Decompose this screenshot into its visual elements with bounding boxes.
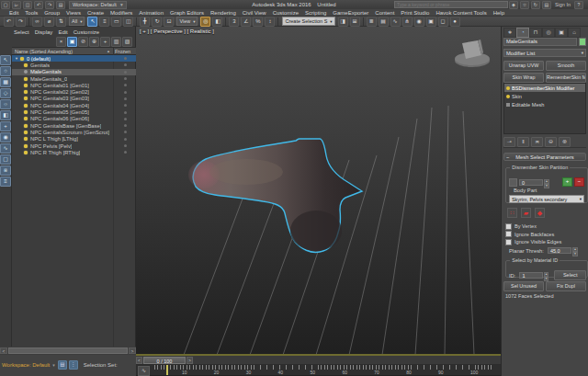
frozen-toggle[interactable] xyxy=(124,91,127,94)
search-icon[interactable]: ○ xyxy=(0,66,11,76)
menu-create[interactable]: Create xyxy=(87,10,104,16)
display-bones-icon[interactable]: ∿ xyxy=(0,143,11,154)
frozen-toggle[interactable] xyxy=(124,118,127,120)
layer-manager-icon[interactable]: ≣ xyxy=(367,17,377,27)
align-icon[interactable]: ⊞ xyxy=(350,17,360,27)
display-lights-icon[interactable]: ☼ xyxy=(0,99,11,109)
display-containers-icon[interactable]: ▢ xyxy=(0,154,11,165)
sign-in-button[interactable]: Sign In xyxy=(555,2,571,7)
list-item[interactable]: ▼0 (default) xyxy=(12,55,136,62)
chevron-down-icon[interactable]: ▾ xyxy=(52,362,55,368)
body-part-dropdown[interactable]: Skyrim, Pelvis secondary ▾ xyxy=(509,195,584,203)
render-setup-icon[interactable]: ▣ xyxy=(426,17,436,27)
mirror-icon[interactable]: ◨ xyxy=(338,17,348,27)
menu-graph-editors[interactable]: Graph Editors xyxy=(170,10,204,16)
rememberskin-mod-button[interactable]: RememberSkin Mod xyxy=(546,73,586,83)
partition-spinner[interactable]: ▲▼ xyxy=(544,179,549,186)
graphite-ribbon-icon[interactable]: ▤ xyxy=(379,17,389,27)
add-to-view-icon[interactable]: + xyxy=(100,37,110,47)
menu-content[interactable]: Content xyxy=(375,10,394,16)
schematic-view-icon[interactable]: ⋔ xyxy=(402,17,413,27)
explorer-menu-display[interactable]: Display xyxy=(35,29,53,35)
display-materials-icon[interactable]: ◉ xyxy=(0,132,11,142)
undo-icon[interactable]: ↶ xyxy=(4,17,14,27)
list-item[interactable]: NPC Genitals04 [Gen04] xyxy=(12,102,136,108)
percent-snap-icon[interactable]: % xyxy=(253,17,263,27)
bulb-icon[interactable] xyxy=(506,95,510,98)
menu-print-studio[interactable]: Print Studio xyxy=(401,10,429,16)
perspective-viewport[interactable]: [ + ] [ Perspective ] [ Realistic ] xyxy=(136,27,501,355)
frozen-toggle[interactable] xyxy=(124,124,127,127)
refresh-icon[interactable]: ↻ xyxy=(531,1,540,9)
face-subobject-icon[interactable]: ▰ xyxy=(521,208,531,218)
list-item[interactable]: NPC GenitalsScrotum [GenScrot] xyxy=(12,129,136,135)
checkbox[interactable] xyxy=(505,231,512,237)
frozen-toggle[interactable] xyxy=(124,77,127,80)
sel-unused-button[interactable]: Sel Unused xyxy=(503,281,544,291)
list-item[interactable]: NPC GenitalsBase [GenBase] xyxy=(12,122,136,129)
menu-modifiers[interactable]: Modifiers xyxy=(110,10,132,16)
rendered-frame-icon[interactable]: ◻ xyxy=(438,17,448,27)
planar-threshold-spinner[interactable]: ▲▼ xyxy=(572,247,578,254)
explorer-menu-customize[interactable]: Customize xyxy=(74,29,99,35)
toggle-display-icon[interactable]: ▣ xyxy=(67,37,77,47)
menu-animation[interactable]: Animation xyxy=(139,10,164,16)
select-and-rotate-icon[interactable]: ↻ xyxy=(152,17,162,27)
select-by-id-button[interactable]: Select xyxy=(554,270,586,280)
menu-civil-view[interactable]: Civil View xyxy=(243,10,266,16)
add-partition-button[interactable]: + xyxy=(562,177,572,187)
exchange-apps-icon[interactable]: ▤ xyxy=(542,1,551,9)
redo-icon[interactable]: ↷ xyxy=(16,17,26,27)
menu-customize[interactable]: Customize xyxy=(273,10,299,16)
snaps-toggle-icon[interactable]: 3 xyxy=(229,17,239,27)
project-folder-icon[interactable]: ▤ xyxy=(56,1,65,9)
motion-tab-icon[interactable]: ◎ xyxy=(542,28,555,38)
viewport-label[interactable]: [ + ] [ Perspective ] [ Realistic ] xyxy=(140,28,214,34)
bulb-icon[interactable] xyxy=(506,86,510,90)
explorer-menu-select[interactable]: Select xyxy=(14,29,29,35)
reference-coordinate-dropdown[interactable]: View▾ xyxy=(176,17,198,26)
frozen-toggle[interactable] xyxy=(124,71,127,74)
menu-scripting[interactable]: Scripting xyxy=(305,10,326,16)
vertex-subobject-icon[interactable]: ∷ xyxy=(507,208,517,218)
id-spinner[interactable]: ▲▼ xyxy=(544,272,549,279)
track-bar[interactable]: ∿ 102030405060708090100 xyxy=(136,365,501,376)
time-slider-handle[interactable]: 0 / 100 xyxy=(143,357,186,364)
list-item[interactable]: NPC Genitals06 [Gen06] xyxy=(12,116,136,122)
redo-small-icon[interactable]: ↷ xyxy=(45,1,54,9)
element-subobject-icon[interactable]: ◆ xyxy=(535,208,545,218)
menu-tools[interactable]: Tools xyxy=(25,10,38,16)
object-name-field[interactable]: MaleGenitals xyxy=(503,38,577,46)
hierarchy-tab-icon[interactable]: ⊓ xyxy=(529,28,542,38)
checkbox[interactable] xyxy=(505,223,512,230)
unlink-selection-icon[interactable]: ø xyxy=(44,17,54,27)
frozen-toggle[interactable] xyxy=(124,104,127,107)
frozen-toggle[interactable] xyxy=(124,57,127,60)
frozen-toggle[interactable] xyxy=(124,97,127,100)
select-and-scale-icon[interactable]: ⊡ xyxy=(164,17,174,27)
configure-modifier-sets-icon[interactable]: ⊛ xyxy=(559,137,571,147)
menu-havok-content-tools[interactable]: Havok Content Tools xyxy=(435,10,486,16)
help-icon[interactable]: ? xyxy=(574,1,583,9)
frozen-toggle[interactable] xyxy=(124,111,127,114)
checkbox-row[interactable]: Ignore Visible Edges xyxy=(505,238,586,246)
scroll-left-icon[interactable]: < xyxy=(0,348,7,354)
frozen-toggle[interactable] xyxy=(124,131,127,133)
new-scene-icon[interactable]: ▢ xyxy=(1,1,10,9)
list-item[interactable]: NPC Pelvis [Pelv] xyxy=(12,142,136,149)
list-item[interactable]: Genitals xyxy=(12,62,136,68)
malegenitals-mesh[interactable] xyxy=(188,139,362,252)
workspace-selector[interactable]: Workspace: Default xyxy=(2,362,50,368)
spinner-snap-icon[interactable]: ↕ xyxy=(265,17,275,27)
skin-wrap-button[interactable]: Skin Wrap xyxy=(503,73,544,83)
bind-to-space-warp-icon[interactable]: ⇅ xyxy=(56,17,66,27)
menu-rendering[interactable]: Rendering xyxy=(210,10,236,16)
time-slider[interactable]: < 0 / 100 > xyxy=(136,355,501,365)
scrollbar-thumb[interactable] xyxy=(8,348,128,354)
explorer-menu-edit[interactable]: Edit xyxy=(58,29,67,35)
frozen-toggle[interactable] xyxy=(124,138,127,141)
menu-help[interactable]: Help xyxy=(493,10,504,16)
frozen-toggle[interactable] xyxy=(124,144,127,147)
list-item[interactable]: NPC Genitals02 [Gen02] xyxy=(12,88,136,95)
material-editor-icon[interactable]: ◉ xyxy=(414,17,424,27)
